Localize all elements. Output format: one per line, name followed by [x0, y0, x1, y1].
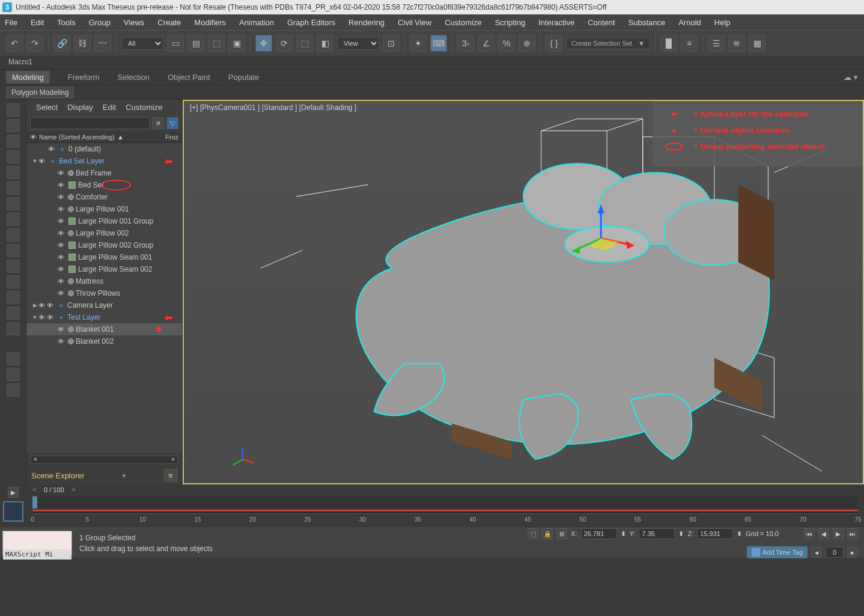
menu-scripting[interactable]: Scripting	[495, 18, 526, 27]
next-button[interactable]: ⏭	[847, 528, 858, 539]
x-input[interactable]: 26.781	[581, 528, 617, 539]
lt-geometry-button[interactable]	[7, 197, 20, 210]
tree-row[interactable]: ▶👁👁≡Camera Layer	[26, 299, 182, 311]
menu-interactive[interactable]: Interactive	[538, 18, 574, 27]
polygon-modeling-panel[interactable]: Polygon Modeling	[6, 87, 74, 99]
select-name-button[interactable]: ▤	[187, 35, 204, 52]
scale-button[interactable]: ⬚	[296, 35, 313, 52]
snap-button[interactable]: 3o	[457, 35, 474, 52]
eye-icon[interactable]: 👁	[58, 194, 66, 201]
eye-icon[interactable]: 👁	[47, 314, 55, 321]
layer-explorer-button[interactable]: ☰	[708, 35, 725, 52]
lt-invert-button[interactable]	[7, 291, 20, 304]
menu-modifiers[interactable]: Modifiers	[194, 18, 226, 27]
refcoord-dropdown[interactable]: View	[337, 37, 379, 50]
eye-icon[interactable]: 👁	[58, 181, 66, 189]
menu-animation[interactable]: Animation	[239, 18, 274, 27]
redo-button[interactable]: ↷	[26, 35, 43, 52]
lt-camera-button[interactable]	[7, 150, 20, 163]
tree-row[interactable]: 👁Blanket 001	[26, 323, 182, 335]
eye-icon[interactable]: 👁	[58, 278, 66, 285]
menu-substance[interactable]: Substance	[628, 18, 665, 27]
rotate-button[interactable]: ⟳	[276, 35, 293, 52]
undo-button[interactable]: ↶	[6, 35, 23, 52]
eye-icon[interactable]: 👁	[58, 326, 66, 333]
eye-icon[interactable]: 👁	[47, 302, 55, 309]
lt-helper-button[interactable]	[7, 166, 20, 179]
menu-customize[interactable]: Customize	[445, 18, 481, 27]
menu-create[interactable]: Create	[157, 18, 181, 27]
manipulate-button[interactable]: ✦	[410, 35, 427, 52]
tree-row[interactable]: 👁Large Pillow Seam 002	[26, 263, 182, 275]
selection-set-dropdown[interactable]: Create Selection Set▼	[566, 37, 650, 49]
z-input[interactable]: 15.931	[697, 528, 733, 539]
window-crossing-button[interactable]: ▣	[228, 35, 245, 52]
filter-button[interactable]: ▽	[166, 117, 178, 129]
key-back-button[interactable]: ◄	[811, 547, 822, 558]
tab-objectpaint[interactable]: Object Paint	[168, 73, 210, 82]
tree-row[interactable]: 👁Large Pillow 001	[26, 203, 182, 215]
maxscript-listener[interactable]: MAXScript Mi	[2, 531, 72, 555]
select-region-button[interactable]: ⬚	[208, 35, 225, 52]
menu-civilview[interactable]: Civil View	[398, 18, 431, 27]
viewport-nav-square[interactable]	[3, 501, 23, 522]
pivot-button[interactable]: ⊡	[383, 35, 400, 52]
lt-particle-button[interactable]	[7, 244, 20, 257]
menu-tools[interactable]: Tools	[57, 18, 75, 27]
edit-selection-button[interactable]: { }	[546, 35, 562, 52]
key-fwd-button[interactable]: ►	[847, 547, 858, 558]
tree-row[interactable]: 👁Mattress	[26, 275, 182, 287]
filter-dropdown[interactable]: All	[121, 37, 163, 50]
eye-icon[interactable]: 👁	[58, 169, 66, 177]
move-button[interactable]: ✥	[255, 35, 272, 52]
keyboard-shortcut-button[interactable]: ⌨	[430, 35, 447, 52]
tab-selection[interactable]: Selection	[118, 73, 150, 82]
curve-editor-button[interactable]: ≋	[728, 35, 745, 52]
horizontal-scrollbar[interactable]	[30, 456, 178, 464]
eye-icon[interactable]: 👁	[58, 290, 66, 297]
menu-arnold[interactable]: Arnold	[678, 18, 701, 27]
lt-bone-button[interactable]	[7, 228, 20, 242]
current-frame[interactable]: 0 / 100	[40, 486, 68, 493]
eye-icon[interactable]: 👁	[38, 157, 47, 165]
lt-select-button[interactable]	[7, 119, 20, 132]
layers-toggle-button[interactable]: ≡	[164, 469, 177, 482]
clear-search-button[interactable]: ✕	[152, 117, 164, 129]
angle-snap-button[interactable]: ∠	[478, 35, 494, 52]
expmenu-customize[interactable]: Customize	[126, 103, 162, 112]
lt-none-button[interactable]	[7, 275, 20, 288]
isolate-button[interactable]: ⬚	[528, 528, 538, 539]
tl-left-bracket[interactable]: <	[32, 486, 37, 494]
menu-group[interactable]: Group	[89, 18, 111, 27]
lt-sync-button[interactable]	[7, 383, 20, 397]
explorer-search-input[interactable]	[30, 117, 150, 129]
tree-row[interactable]: 👁Blanket 002	[26, 335, 182, 347]
expmenu-edit[interactable]: Edit	[103, 103, 116, 112]
link-button[interactable]: 🔗	[53, 35, 70, 52]
menu-rendering[interactable]: Rendering	[348, 18, 385, 27]
bind-button[interactable]: 〰	[94, 35, 111, 52]
viewport-label[interactable]: [+] [PhysCamera001 ] [Standard ] [Defaul…	[190, 103, 356, 112]
lt-light-button[interactable]	[7, 135, 20, 148]
eye-icon[interactable]: 👁	[58, 218, 66, 225]
tree-row[interactable]: 👁Large Pillow 001 Group	[26, 215, 182, 227]
lt-group-button[interactable]	[7, 213, 20, 226]
percent-snap-button[interactable]: %	[498, 35, 515, 52]
eye-icon[interactable]: 👁	[58, 266, 66, 273]
explorer-header[interactable]: 👁Name (Sorted Ascending)▲ Froz	[26, 132, 182, 143]
tree-row[interactable]: 👁≡0 (default)	[26, 143, 182, 155]
menu-edit[interactable]: Edit	[31, 18, 44, 27]
goto-start-button[interactable]: ⏮	[804, 528, 815, 539]
scene-tree[interactable]: 👁≡0 (default)▼👁≡Bed Set Layer⬅👁Bed Frame…	[26, 143, 182, 453]
viewport[interactable]: [+] [PhysCamera001 ] [Standard ] [Defaul…	[183, 100, 864, 484]
mirror-button[interactable]: ▐▌	[660, 35, 677, 52]
tree-row[interactable]: 👁Large Pillow 002	[26, 227, 182, 239]
schematic-view-button[interactable]: ▦	[749, 35, 765, 52]
lock-button[interactable]: 🔒	[542, 528, 553, 539]
lt-display-button[interactable]	[7, 103, 20, 117]
y-input[interactable]: 7.35	[639, 528, 675, 539]
menu-file[interactable]: File	[5, 18, 17, 27]
lt-shape-button[interactable]	[7, 181, 20, 195]
frame-number-input[interactable]: 0	[826, 547, 844, 558]
lt-sort-button[interactable]	[7, 368, 20, 381]
